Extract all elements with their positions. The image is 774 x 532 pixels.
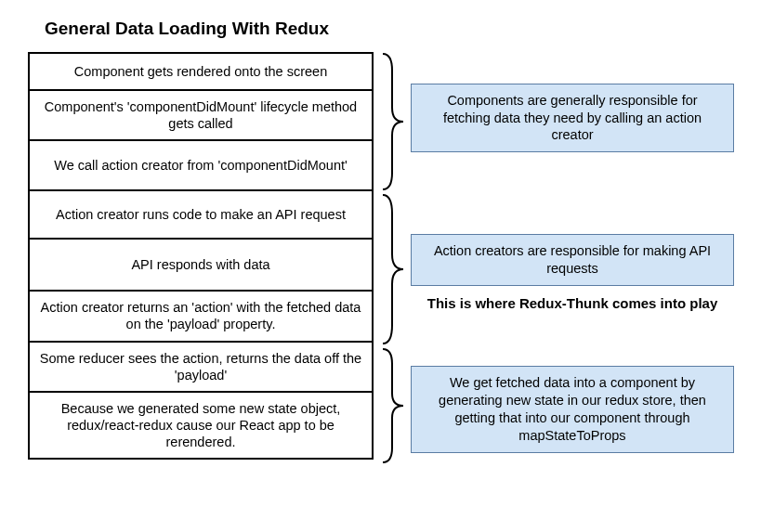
brace-2	[379, 193, 405, 345]
step-3: We call action creator from 'componentDi…	[30, 141, 372, 191]
step-6: Action creator returns an 'action' with …	[30, 292, 372, 342]
note-3: We get fetched data into a component by …	[411, 366, 734, 453]
step-5: API responds with data	[30, 240, 372, 292]
diagram-layout: Component gets rendered onto the screen …	[28, 52, 746, 460]
note-2: Action creators are responsible for maki…	[411, 234, 734, 286]
note-1: Components are generally responsible for…	[411, 84, 734, 152]
brace-3	[379, 347, 405, 464]
steps-column: Component gets rendered onto the screen …	[28, 52, 374, 460]
step-2: Component's 'componentDidMount' lifecycl…	[30, 91, 372, 141]
step-7: Some reducer sees the action, returns th…	[30, 343, 372, 393]
step-8: Because we generated some new state obje…	[30, 393, 372, 458]
thunk-caption: This is where Redux-Thunk comes into pla…	[411, 295, 734, 313]
brace-1	[379, 52, 405, 191]
step-1: Component gets rendered onto the screen	[30, 54, 372, 91]
step-4: Action creator runs code to make an API …	[30, 191, 372, 240]
notes-column: Components are generally responsible for…	[411, 52, 734, 460]
brace-column	[379, 52, 405, 460]
diagram-title: General Data Loading With Redux	[45, 19, 746, 39]
